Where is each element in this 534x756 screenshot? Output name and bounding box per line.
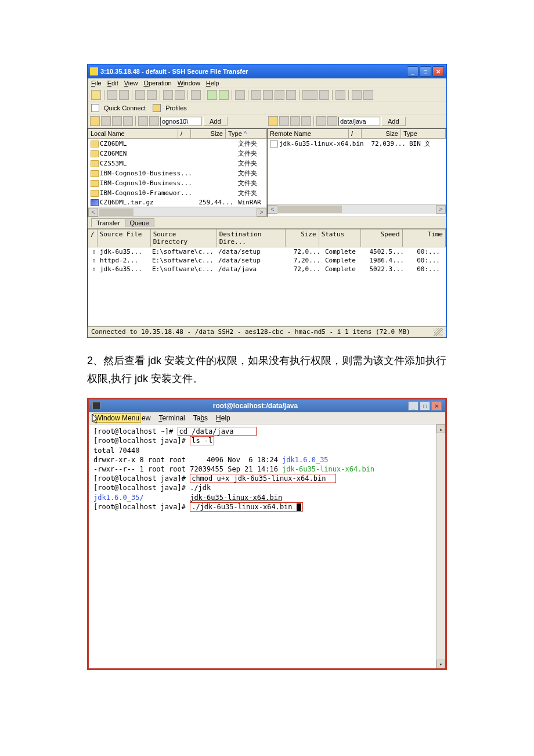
col-remote-size[interactable]: Size bbox=[362, 129, 401, 138]
scroll-left-icon[interactable]: < bbox=[268, 205, 277, 214]
menu-view-partial[interactable]: ew bbox=[142, 414, 150, 422]
menu-operation[interactable]: Operation bbox=[143, 80, 171, 87]
col-src[interactable]: Source File bbox=[98, 229, 151, 247]
profiles-icon[interactable] bbox=[153, 104, 161, 112]
scroll-right-icon[interactable]: > bbox=[436, 205, 446, 214]
rnav-new-icon[interactable] bbox=[268, 116, 278, 126]
table-row[interactable]: ⇧jdk-6u35...E:\software\c.../data/setup7… bbox=[88, 247, 446, 256]
menu-help[interactable]: Help bbox=[206, 80, 219, 87]
terminal-body[interactable]: [root@localhost ~]# cd /data/java [root@… bbox=[89, 424, 445, 668]
new-term-icon[interactable] bbox=[235, 90, 245, 100]
paste-icon[interactable] bbox=[147, 90, 157, 100]
minimize-button[interactable]: _ bbox=[407, 66, 418, 77]
rnav-up-icon[interactable] bbox=[290, 116, 300, 126]
col-time[interactable]: Time bbox=[403, 229, 446, 247]
save-icon[interactable] bbox=[91, 90, 101, 100]
nav-refresh-icon[interactable] bbox=[123, 116, 133, 126]
menu-file[interactable]: File bbox=[91, 80, 102, 87]
connect-icon[interactable] bbox=[163, 90, 173, 100]
nav-newf-icon[interactable] bbox=[138, 116, 148, 126]
view4-icon[interactable] bbox=[286, 90, 296, 100]
list-item[interactable]: jdk-6u35-linux-x64.bin72,039...BIN 文 bbox=[268, 139, 446, 149]
view3-icon[interactable] bbox=[275, 90, 284, 100]
table-row[interactable]: ⇧jdk-6u35...E:\software\c.../data/java72… bbox=[88, 265, 446, 273]
menu-window-menu[interactable]: Window Menu bbox=[93, 413, 141, 423]
nav-up-icon[interactable] bbox=[112, 116, 122, 126]
close-button[interactable]: ✕ bbox=[432, 66, 444, 77]
scroll-up-icon[interactable]: ▴ bbox=[436, 424, 445, 433]
quick-connect-icon[interactable] bbox=[91, 104, 99, 112]
tab-queue[interactable]: Queue bbox=[125, 218, 154, 227]
maximize-button[interactable]: □ bbox=[420, 66, 431, 77]
rnav-refresh-icon[interactable] bbox=[301, 116, 311, 126]
term-close-button[interactable]: ✕ bbox=[431, 401, 442, 411]
list-item[interactable]: IBM-Cognos10-Framewor...文件夹 bbox=[88, 188, 266, 198]
remote-path-input[interactable] bbox=[338, 117, 380, 126]
disconnect-icon[interactable] bbox=[175, 90, 185, 100]
list-item[interactable]: CZQ6MEN文件夹 bbox=[88, 149, 266, 159]
scroll-right-icon[interactable]: > bbox=[257, 208, 266, 217]
nav-del-icon[interactable] bbox=[149, 116, 159, 126]
profiles-label[interactable]: Profiles bbox=[165, 105, 187, 111]
menu-edit[interactable]: Edit bbox=[107, 80, 118, 87]
col-dest[interactable]: Destination Dire... bbox=[217, 229, 286, 247]
col-status[interactable]: Status bbox=[319, 229, 361, 247]
term-maximize-button[interactable]: □ bbox=[420, 401, 430, 411]
menu-tabs[interactable]: Tabs bbox=[193, 414, 208, 422]
view2-icon[interactable] bbox=[263, 90, 273, 100]
col-local-type[interactable]: Type ^ bbox=[226, 129, 266, 138]
menu-terminal[interactable]: Terminal bbox=[158, 414, 185, 422]
quick-connect-label[interactable]: Quick Connect bbox=[104, 105, 146, 111]
rnav-home-icon[interactable] bbox=[279, 116, 289, 126]
preview-icon[interactable] bbox=[119, 90, 129, 100]
col-local-sort[interactable]: / bbox=[178, 129, 191, 138]
tab-transfer[interactable]: Transfer bbox=[91, 218, 125, 227]
color-icon[interactable] bbox=[352, 90, 362, 100]
print-icon[interactable] bbox=[107, 90, 117, 100]
col-dir[interactable]: Source Directory bbox=[151, 229, 217, 247]
col-size[interactable]: Size bbox=[286, 229, 319, 247]
scroll-left-icon[interactable]: < bbox=[88, 208, 98, 217]
help-icon[interactable] bbox=[363, 90, 373, 100]
local-path-input[interactable] bbox=[160, 117, 202, 126]
menu-view[interactable]: View bbox=[124, 80, 138, 87]
list-item[interactable]: IBM-Cognos10-Business...文件夹 bbox=[88, 168, 266, 178]
copy-icon[interactable] bbox=[135, 90, 145, 100]
abc-icon[interactable] bbox=[302, 90, 317, 100]
remote-hscroll[interactable]: < > bbox=[268, 204, 446, 214]
menu-help[interactable]: Help bbox=[216, 414, 230, 422]
col-remote-type[interactable]: Type bbox=[401, 129, 446, 138]
menu-window[interactable]: Window bbox=[178, 80, 200, 87]
local-add-button[interactable]: Add bbox=[203, 117, 228, 126]
settings-icon[interactable] bbox=[191, 90, 201, 100]
col-remote-sort[interactable]: / bbox=[349, 129, 362, 138]
rnav-del-icon[interactable] bbox=[327, 116, 337, 126]
nav-new-icon[interactable] bbox=[90, 116, 100, 126]
sort-icon[interactable] bbox=[319, 90, 329, 100]
terminal-titlebar[interactable]: root@localhost:/data/java _ □ ✕ bbox=[89, 399, 445, 412]
terminal-scrollbar[interactable]: ▴ ▾ bbox=[436, 424, 445, 668]
col-sort[interactable]: / bbox=[88, 229, 98, 247]
down-icon[interactable] bbox=[207, 90, 217, 100]
nav-home-icon[interactable] bbox=[101, 116, 111, 126]
list-item[interactable]: CZQ6DML.tar.gz259,44...WinRAR bbox=[88, 198, 266, 207]
table-row[interactable]: ⇧httpd-2...E:\software\c.../data/setup7,… bbox=[88, 256, 446, 265]
scroll-down-icon[interactable]: ▾ bbox=[436, 660, 445, 668]
status-text: Connected to 10.35.18.48 - /data SSH2 - … bbox=[91, 328, 410, 336]
remote-add-button[interactable]: Add bbox=[381, 117, 406, 126]
local-hscroll[interactable]: < > bbox=[88, 207, 266, 217]
up-icon[interactable] bbox=[219, 90, 229, 100]
list-item[interactable]: IBM-Cognos10-Business...文件夹 bbox=[88, 178, 266, 188]
rnav-newf-icon[interactable] bbox=[316, 116, 326, 126]
col-local-name[interactable]: Local Name bbox=[88, 129, 178, 138]
ssh-titlebar[interactable]: 3:10.35.18.48 - default - SSH Secure Fil… bbox=[88, 64, 446, 78]
list-item[interactable]: CZQ6DML文件夹 bbox=[88, 139, 266, 149]
view1-icon[interactable] bbox=[251, 90, 261, 100]
resize-grip-icon[interactable] bbox=[434, 328, 443, 336]
col-remote-name[interactable]: Remote Name bbox=[268, 129, 349, 138]
col-speed[interactable]: Speed bbox=[361, 229, 403, 247]
col-local-size[interactable]: Size bbox=[191, 129, 226, 138]
term-minimize-button[interactable]: _ bbox=[408, 401, 418, 411]
list-item[interactable]: CZS53ML文件夹 bbox=[88, 159, 266, 168]
cancel-icon[interactable] bbox=[335, 90, 345, 100]
